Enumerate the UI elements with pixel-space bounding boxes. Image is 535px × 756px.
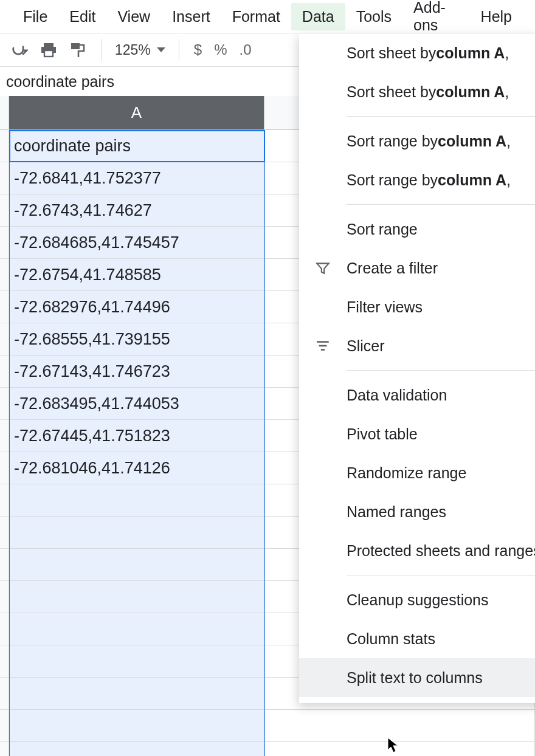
row-header[interactable] xyxy=(0,678,9,710)
menu-separator xyxy=(347,116,535,117)
row-header[interactable] xyxy=(0,420,9,452)
row-header[interactable] xyxy=(0,356,9,388)
menu-column-stats[interactable]: Column stats xyxy=(299,619,535,658)
row-header[interactable] xyxy=(0,194,9,227)
cell[interactable]: -72.683495,41.744053 xyxy=(9,388,264,420)
menu-tools[interactable]: Tools xyxy=(345,3,402,30)
cell[interactable] xyxy=(9,613,264,645)
svg-rect-0 xyxy=(44,43,54,47)
menu-sort-range-desc[interactable]: Sort range by column A, xyxy=(299,160,535,199)
menu-sort-range-asc[interactable]: Sort range by column A, xyxy=(299,122,535,160)
format-currency-button[interactable]: $ xyxy=(188,38,208,62)
row-header[interactable] xyxy=(0,742,9,756)
table-row xyxy=(0,742,535,756)
menu-sort-sheet-asc[interactable]: Sort sheet by column A, xyxy=(299,33,535,72)
format-percent-button[interactable]: % xyxy=(208,38,233,62)
cell[interactable] xyxy=(9,710,264,742)
row-header[interactable] xyxy=(0,549,9,581)
cell[interactable]: -72.6841,41.752377 xyxy=(9,162,264,194)
menu-separator xyxy=(347,575,535,576)
zoom-value: 125% xyxy=(115,42,151,58)
row-header[interactable] xyxy=(0,130,9,162)
row-header[interactable] xyxy=(0,323,9,356)
data-menu-dropdown: Sort sheet by column A, Sort sheet by co… xyxy=(299,33,535,703)
cell[interactable] xyxy=(264,742,535,756)
row-header[interactable] xyxy=(0,388,9,420)
row-header[interactable] xyxy=(0,162,9,194)
row-header[interactable] xyxy=(0,452,9,484)
table-row xyxy=(0,710,535,742)
cell[interactable]: -72.684685,41.745457 xyxy=(9,227,264,259)
cell[interactable]: coordinate pairs xyxy=(9,130,264,162)
cell[interactable] xyxy=(9,581,264,613)
menu-insert[interactable]: Insert xyxy=(161,3,221,30)
row-header[interactable] xyxy=(0,645,9,678)
cell[interactable]: -72.6743,41.74627 xyxy=(9,194,264,227)
slicer-icon xyxy=(314,337,332,355)
filter-icon xyxy=(314,259,332,277)
row-header[interactable] xyxy=(0,710,9,742)
menu-pivot-table[interactable]: Pivot table xyxy=(299,414,535,453)
menu-help[interactable]: Help xyxy=(470,3,523,30)
menu-data-validation[interactable]: Data validation xyxy=(299,376,535,414)
cell[interactable] xyxy=(9,678,264,710)
cell[interactable] xyxy=(9,549,264,581)
paint-format-button[interactable] xyxy=(63,38,92,62)
cell[interactable] xyxy=(9,645,264,678)
svg-rect-3 xyxy=(71,43,80,49)
cell[interactable] xyxy=(9,517,264,549)
menu-slicer[interactable]: Slicer xyxy=(299,326,535,365)
format-decimal-button[interactable]: .0 xyxy=(233,38,258,62)
menu-edit[interactable]: Edit xyxy=(58,3,106,30)
cell[interactable] xyxy=(264,710,535,742)
cell[interactable] xyxy=(9,742,264,756)
print-button[interactable] xyxy=(34,38,63,61)
row-header[interactable] xyxy=(0,613,9,645)
cell[interactable]: -72.681046,41.74126 xyxy=(9,452,264,484)
row-header[interactable] xyxy=(0,484,9,517)
menu-sort-range[interactable]: Sort range xyxy=(299,210,535,249)
cell[interactable] xyxy=(9,484,264,517)
cell[interactable]: -72.682976,41.74496 xyxy=(9,291,264,323)
redo-button[interactable] xyxy=(5,40,34,60)
menubar: File Edit View Insert Format Data Tools … xyxy=(0,0,535,33)
menu-randomize-range[interactable]: Randomize range xyxy=(299,453,535,492)
column-header-a[interactable]: A xyxy=(9,96,264,130)
zoom-selector[interactable]: 125% xyxy=(110,42,170,58)
cell[interactable]: -72.67445,41.751823 xyxy=(9,420,264,452)
menu-file[interactable]: File xyxy=(12,3,58,30)
select-all-corner[interactable] xyxy=(0,96,9,130)
toolbar-divider xyxy=(101,39,102,61)
menu-named-ranges[interactable]: Named ranges xyxy=(299,492,535,531)
toolbar-divider xyxy=(179,39,179,61)
menu-create-filter[interactable]: Create a filter xyxy=(299,249,535,287)
svg-rect-2 xyxy=(44,50,53,57)
formula-bar-value: coordinate pairs xyxy=(6,73,114,91)
menu-separator xyxy=(347,204,535,205)
row-header[interactable] xyxy=(0,581,9,613)
cell[interactable]: -72.68555,41.739155 xyxy=(9,323,264,356)
menu-sort-sheet-desc[interactable]: Sort sheet by column A, xyxy=(299,72,535,111)
menu-filter-views[interactable]: Filter views xyxy=(299,287,535,326)
row-header[interactable] xyxy=(0,227,9,259)
menu-separator xyxy=(347,370,535,371)
menu-view[interactable]: View xyxy=(106,3,161,30)
chevron-down-icon xyxy=(157,47,165,52)
menu-protected-sheets[interactable]: Protected sheets and ranges xyxy=(299,531,535,570)
menu-split-text-to-columns[interactable]: Split text to columns xyxy=(299,658,535,697)
menu-data[interactable]: Data xyxy=(291,3,345,30)
row-header[interactable] xyxy=(0,259,9,291)
menu-cleanup-suggestions[interactable]: Cleanup suggestions xyxy=(299,580,535,619)
cell[interactable]: -72.6754,41.748585 xyxy=(9,259,264,291)
menu-format[interactable]: Format xyxy=(221,3,291,30)
cell[interactable]: -72.67143,41.746723 xyxy=(9,356,264,388)
row-header[interactable] xyxy=(0,291,9,323)
row-header[interactable] xyxy=(0,517,9,549)
